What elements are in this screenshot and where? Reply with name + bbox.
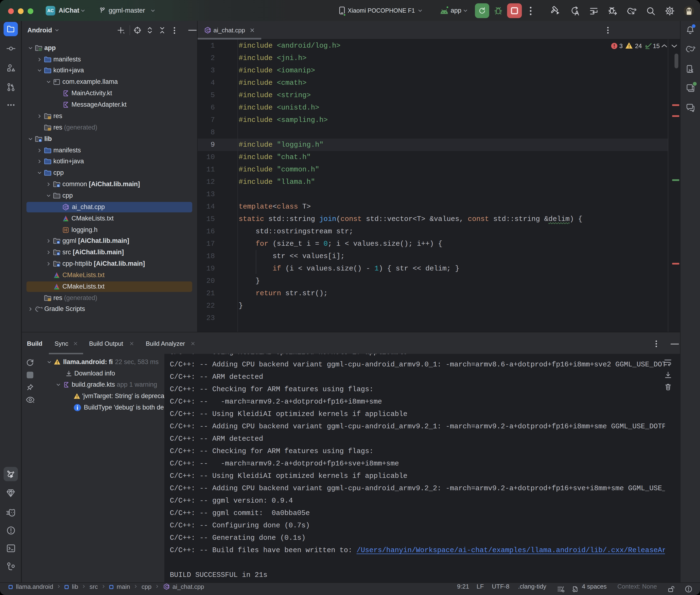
svg-text:C: C bbox=[64, 205, 67, 209]
svg-text:C: C bbox=[165, 585, 168, 589]
svg-text:C: C bbox=[206, 28, 209, 33]
